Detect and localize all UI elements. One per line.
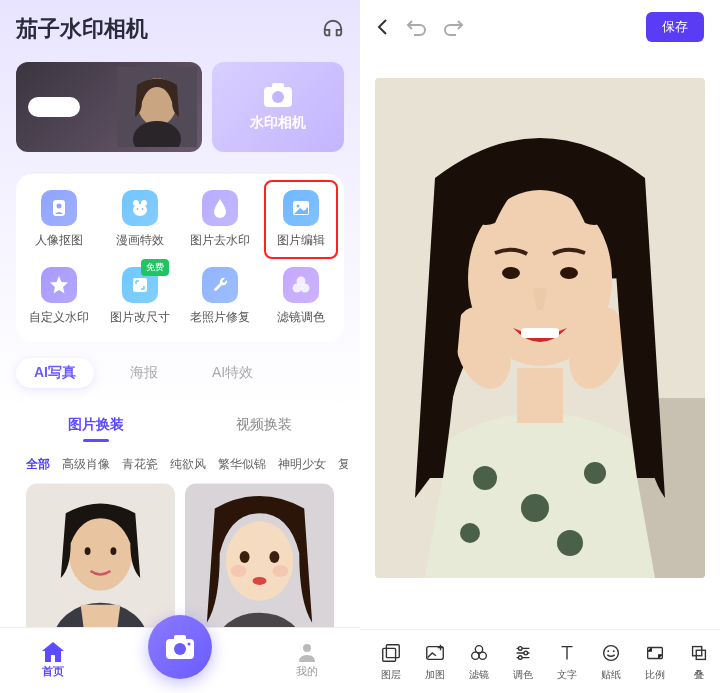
app-header: 茄子水印相机 (0, 0, 360, 52)
filter-chip[interactable]: 神明少女 (278, 456, 326, 473)
category-tabs: AI写真海报AI特效 (0, 342, 360, 388)
svg-point-18 (300, 284, 309, 293)
banner-toggle[interactable] (28, 97, 80, 117)
svg-point-46 (521, 494, 549, 522)
filter-chip[interactable]: 全部 (26, 456, 50, 473)
filter-chip[interactable]: 青花瓷 (122, 456, 158, 473)
back-icon[interactable] (376, 18, 388, 36)
svg-point-25 (226, 521, 294, 600)
svg-point-49 (460, 523, 480, 543)
svg-rect-33 (174, 635, 186, 641)
filter-chip[interactable]: 繁华似锦 (218, 456, 266, 473)
watermark-camera-button[interactable]: 水印相机 (212, 62, 345, 152)
nav-mine-label: 我的 (296, 664, 318, 679)
ratio-icon (644, 642, 666, 664)
tool-label: 滤镜 (469, 668, 489, 682)
feature-bear[interactable]: 漫画特效 (103, 190, 178, 249)
tool-text[interactable]: 文字 (546, 642, 588, 682)
svg-point-34 (174, 643, 186, 655)
tool-label: 文字 (557, 668, 577, 682)
watermark-camera-label: 水印相机 (250, 114, 306, 132)
redo-icon[interactable] (444, 18, 464, 36)
feature-image[interactable]: 图片编辑 (264, 190, 339, 249)
svg-point-11 (136, 208, 138, 210)
svg-rect-52 (386, 644, 399, 657)
tool-label: 调色 (513, 668, 533, 682)
save-button[interactable]: 保存 (646, 12, 704, 42)
home-icon (42, 642, 64, 662)
svg-rect-64 (693, 646, 702, 655)
editor-panel: 保存 (360, 0, 720, 693)
app-home-panel: 茄子水印相机 水印相机 人像抠图漫画特效图片去水印图片编辑自定义水印免费图 (0, 0, 360, 693)
filter-icon (283, 267, 319, 303)
bottom-nav: 首页 我的 (0, 627, 360, 693)
filter-chip[interactable]: 纯欲风 (170, 456, 206, 473)
svg-point-28 (253, 577, 267, 585)
tool-addimg[interactable]: 加图 (414, 642, 456, 682)
filter-chip[interactable]: 复 (338, 456, 348, 473)
filter-row: 全部高级肖像青花瓷纯欲风繁华似锦神明少女复 (12, 442, 348, 483)
tool-layers[interactable]: 图层 (370, 642, 412, 682)
sub-tab[interactable]: 视频换装 (180, 416, 348, 442)
addimg-icon (424, 642, 446, 664)
filter2-icon (468, 642, 490, 664)
feature-filter[interactable]: 滤镜调色 (264, 267, 339, 326)
editor-canvas[interactable] (360, 54, 720, 629)
nav-home-label: 首页 (42, 664, 64, 679)
tool-filter2[interactable]: 滤镜 (458, 642, 500, 682)
svg-rect-42 (521, 328, 559, 338)
sub-tabs: 图片换装视频换装 (12, 416, 348, 442)
text-icon (556, 642, 578, 664)
feature-grid-card: 人像抠图漫画特效图片去水印图片编辑自定义水印免费图片改尺寸老照片修复滤镜调色 (16, 174, 344, 342)
tool-more[interactable]: 叠 (678, 642, 720, 682)
headset-icon[interactable] (322, 18, 344, 40)
feature-droplet[interactable]: 图片去水印 (183, 190, 258, 249)
svg-point-29 (231, 565, 247, 577)
portrait-icon (41, 190, 77, 226)
svg-point-26 (240, 551, 250, 563)
svg-point-17 (292, 284, 301, 293)
category-tab[interactable]: AI特效 (194, 358, 271, 388)
feature-label: 漫画特效 (116, 232, 164, 249)
star-icon (41, 267, 77, 303)
svg-rect-50 (517, 368, 563, 423)
svg-point-10 (133, 204, 147, 216)
undo-icon[interactable] (406, 18, 426, 36)
tool-label: 比例 (645, 668, 665, 682)
sticker-icon (600, 642, 622, 664)
tool-sticker[interactable]: 贴纸 (590, 642, 632, 682)
tool-label: 图层 (381, 668, 401, 682)
svg-point-40 (502, 267, 520, 279)
svg-point-7 (57, 204, 62, 209)
feature-label: 人像抠图 (35, 232, 83, 249)
tool-ratio[interactable]: 比例 (634, 642, 676, 682)
banner-row: 水印相机 (0, 52, 360, 162)
tool-adjust[interactable]: 调色 (502, 642, 544, 682)
sub-tab[interactable]: 图片换装 (12, 416, 180, 442)
camera-fab[interactable] (148, 615, 212, 679)
feature-star[interactable]: 自定义水印 (22, 267, 97, 326)
svg-point-12 (141, 208, 143, 210)
svg-point-61 (607, 650, 609, 652)
feature-label: 图片改尺寸 (110, 309, 170, 326)
filter-chip[interactable]: 高级肖像 (62, 456, 110, 473)
banner-feature[interactable] (16, 62, 202, 152)
svg-point-48 (557, 530, 583, 556)
feature-resize[interactable]: 免费图片改尺寸 (103, 267, 178, 326)
category-tab[interactable]: 海报 (112, 358, 176, 388)
svg-point-47 (584, 462, 606, 484)
svg-point-59 (518, 655, 522, 659)
app-title: 茄子水印相机 (16, 14, 148, 44)
camera-icon (165, 634, 195, 660)
feature-wrench[interactable]: 老照片修复 (183, 267, 258, 326)
svg-rect-15 (133, 278, 147, 292)
svg-point-5 (272, 91, 284, 103)
nav-home[interactable]: 首页 (42, 642, 64, 679)
edited-photo (375, 78, 705, 578)
nav-mine[interactable]: 我的 (296, 642, 318, 679)
svg-rect-65 (696, 650, 705, 659)
feature-portrait[interactable]: 人像抠图 (22, 190, 97, 249)
feature-label: 自定义水印 (29, 309, 89, 326)
tool-label: 加图 (425, 668, 445, 682)
category-tab[interactable]: AI写真 (16, 358, 94, 388)
